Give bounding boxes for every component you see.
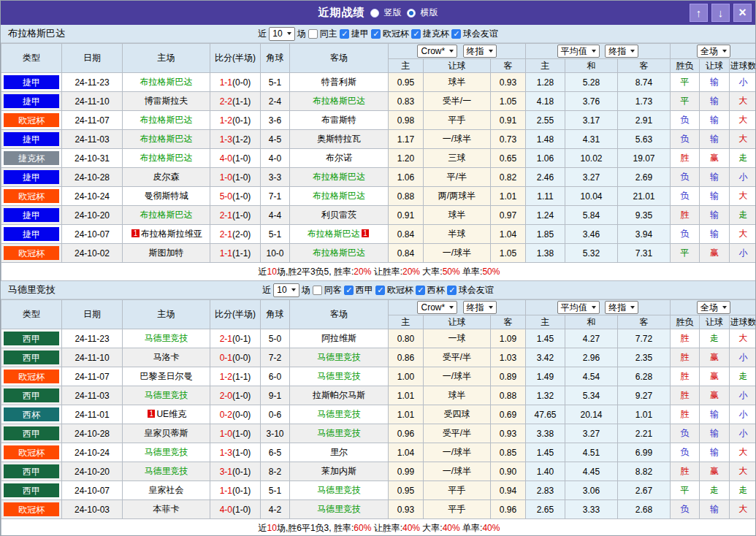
table-row: 捷甲 24-11-23 布拉格斯巴达 1-1(0-0) 5-1 特普利斯 0.9… [1, 73, 756, 92]
col-avg-draw: 和 [565, 59, 618, 73]
move-up-button[interactable]: ↑ [690, 4, 708, 22]
team1-league3-checkbox[interactable] [411, 29, 421, 39]
handicap-result: 输 [700, 92, 730, 111]
team2-average-select[interactable]: 平均值 [557, 301, 600, 314]
move-down-button[interactable]: ↓ [711, 4, 730, 22]
avg-draw-odds: 4.54 [565, 367, 618, 386]
avg-home-odds: 1.45 [526, 329, 565, 348]
score: 1-0(1-0) [210, 424, 261, 443]
team2-fulltime-select[interactable]: 全场 [697, 301, 730, 314]
match-date: 24-10-20 [62, 206, 123, 225]
avg-away-odds: 7.72 [618, 329, 671, 348]
avg-draw-odds: 3.46 [565, 225, 618, 244]
score: 4-0(1-0) [210, 500, 261, 519]
match-date: 24-10-20 [62, 462, 123, 481]
away-team: 马德里竞技 [317, 428, 361, 438]
winlose-result: 胜 [671, 149, 700, 168]
team2-odds-company-select[interactable]: Crow* [417, 301, 457, 314]
corner-score: 3-6 [261, 111, 290, 130]
score: 1-1(0-0) [210, 73, 261, 92]
goals-result: 大 [730, 225, 756, 244]
avg-home-odds: 1.11 [526, 187, 565, 206]
home-team: 马德里竞技 [145, 447, 188, 457]
handicap-line: 一/球半 [424, 244, 491, 263]
vertical-layout-radio[interactable] [370, 9, 379, 18]
team1-same-venue-checkbox[interactable] [308, 29, 318, 39]
score: 1-1(1-1) [210, 244, 261, 263]
halftime-score: (0-1) [232, 486, 251, 496]
handicap-result: 输 [700, 405, 730, 424]
away-odds: 1.05 [491, 92, 526, 111]
close-button[interactable]: × [733, 4, 752, 22]
fulltime-score: 1-0 [220, 429, 232, 439]
col-goals: 进球数 [730, 59, 756, 73]
away-team: 马德里竞技 [317, 485, 361, 495]
match-date: 24-10-28 [62, 168, 123, 187]
team1-odds-company-select[interactable]: Crow* [417, 45, 457, 58]
games-label: 场 [297, 28, 306, 40]
home-team: 布拉格斯巴达 [140, 134, 193, 144]
chevron-down-icon [722, 306, 727, 309]
horizontal-layout-radio[interactable] [407, 9, 416, 18]
team1-odds-final-select[interactable]: 终指 [463, 45, 497, 58]
team2-name: 马德里竞技 [8, 283, 56, 296]
team2-match-count-select[interactable]: 10 [273, 283, 299, 297]
home-team: 斯图加特 [149, 248, 184, 258]
handicap-result: 赢 [700, 462, 730, 481]
team2-league1-checkbox[interactable] [344, 286, 354, 295]
team2-league4-checkbox[interactable] [447, 286, 457, 295]
team2-league2-checkbox[interactable] [375, 286, 385, 295]
league-badge: 西甲 [4, 483, 59, 497]
team1-average-final-select[interactable]: 终指 [605, 45, 638, 58]
col-odds-handicap: 让球 [424, 59, 491, 73]
team2-same-venue-checkbox[interactable] [313, 286, 322, 295]
team1-fulltime-select[interactable]: 全场 [697, 45, 730, 58]
col-corner: 角球 [261, 300, 290, 329]
avg-away-odds: 7.31 [618, 244, 671, 263]
team2-league1-label: 西甲 [356, 284, 373, 296]
home-odds: 0.99 [389, 462, 424, 481]
fulltime-score: 1-1 [220, 486, 232, 496]
halftime-score: (1-0) [232, 448, 251, 458]
team1-league1-checkbox[interactable] [340, 29, 349, 39]
avg-draw-odds: 4.51 [565, 443, 618, 462]
match-date: 24-10-28 [62, 424, 123, 443]
team2-league3-checkbox[interactable] [416, 286, 425, 295]
avg-home-odds: 2.65 [526, 500, 565, 519]
avg-home-odds: 1.06 [526, 149, 565, 168]
team1-league2-checkbox[interactable] [371, 29, 381, 39]
team1-match-count-select[interactable]: 10 [269, 27, 294, 41]
team1-league4-checkbox[interactable] [451, 29, 461, 39]
league-badge: 西甲 [4, 332, 59, 345]
vertical-layout-label: 竖版 [384, 7, 402, 19]
team2-average-final-select[interactable]: 终指 [605, 301, 638, 314]
league-badge: 欧冠杯 [4, 502, 59, 516]
home-team: 布拉格斯巴达 [140, 210, 193, 220]
halftime-score: (0-0) [232, 353, 251, 363]
team1-league3-label: 捷克杯 [423, 28, 449, 40]
team1-average-select[interactable]: 平均值 [557, 45, 600, 58]
fulltime-score: 1-2 [220, 115, 232, 126]
handicap-line: 一/球半 [424, 462, 491, 481]
col-home: 主场 [123, 44, 210, 73]
avg-draw-odds: 5.84 [565, 206, 618, 225]
handicap-line: 两/两球半 [424, 187, 491, 206]
away-odds: 0.94 [491, 481, 526, 500]
handicap-line: 受半/一 [424, 92, 491, 111]
handicap-result: 输 [700, 130, 730, 149]
avg-draw-odds: 10.02 [565, 149, 618, 168]
avg-draw-odds: 4.45 [565, 462, 618, 481]
chevron-down-icon [489, 50, 493, 53]
home-odds: 0.96 [389, 424, 424, 443]
table-row: 欧冠杯 24-10-03 本菲卡 4-0(1-0) 4-2 马德里竞技 0.93… [1, 500, 756, 519]
away-team: 布雷斯特 [321, 115, 356, 125]
league-badge: 捷甲 [4, 227, 59, 241]
team1-filter-bar: 布拉格斯巴达 近 10 场 同主 捷甲 欧冠杯 捷克杯 球会友谊 [1, 25, 755, 43]
avg-home-odds: 3.38 [526, 424, 565, 443]
corner-score: 10-0 [261, 244, 290, 263]
home-odds: 0.98 [389, 111, 424, 130]
table-row: 西甲 24-10-20 马德里竞技 3-1(0-1) 8-2 莱加内斯 0.99… [1, 462, 756, 481]
avg-away-odds: 8.82 [618, 462, 671, 481]
match-date: 24-10-31 [62, 149, 123, 168]
team2-odds-final-select[interactable]: 终指 [463, 301, 497, 314]
